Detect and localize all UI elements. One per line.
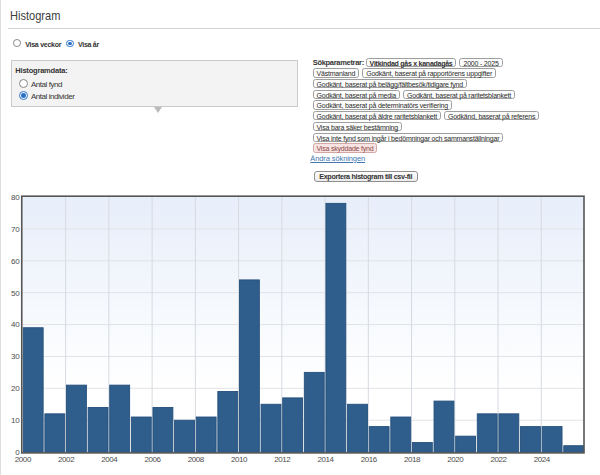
svg-text:2018: 2018 (404, 455, 421, 464)
svg-text:2004: 2004 (101, 455, 118, 464)
svg-text:2002: 2002 (58, 455, 75, 464)
svg-text:2024: 2024 (534, 455, 551, 464)
svg-text:2020: 2020 (447, 455, 464, 464)
svg-text:2014: 2014 (317, 455, 334, 464)
svg-text:80: 80 (11, 193, 20, 202)
svg-text:2010: 2010 (231, 455, 248, 464)
svg-text:50: 50 (11, 289, 20, 298)
svg-text:70: 70 (11, 225, 20, 234)
svg-text:40: 40 (11, 320, 20, 329)
svg-text:2022: 2022 (490, 455, 507, 464)
svg-text:60: 60 (11, 257, 20, 266)
svg-text:2012: 2012 (274, 455, 291, 464)
svg-text:20: 20 (11, 384, 20, 393)
svg-text:2016: 2016 (361, 455, 378, 464)
svg-text:2000: 2000 (15, 455, 32, 464)
svg-text:2006: 2006 (144, 455, 161, 464)
svg-text:10: 10 (11, 416, 20, 425)
svg-text:2008: 2008 (188, 455, 205, 464)
svg-text:30: 30 (11, 352, 20, 361)
